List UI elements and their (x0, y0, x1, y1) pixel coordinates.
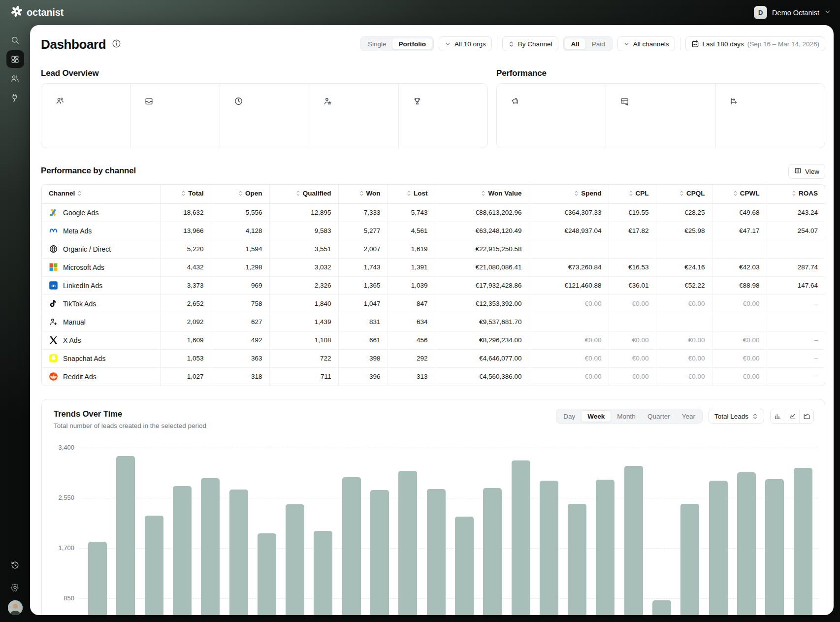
table-row[interactable]: Meta Ads13,9664,1289,5835,2774,561€63,24… (42, 222, 825, 240)
column-header-cpl[interactable]: CPL (609, 185, 656, 203)
channels-select[interactable]: All channels (617, 36, 675, 51)
table-cell: 9,583 (269, 222, 338, 240)
bar-week-2[interactable] (116, 456, 135, 615)
bar-week-5[interactable] (201, 478, 220, 615)
updown-icon (508, 41, 515, 47)
chevron-down-icon (824, 8, 831, 17)
performance-card-roi- (715, 84, 825, 148)
chart-type-bar-chart[interactable] (771, 409, 785, 423)
bar-week-25[interactable] (765, 479, 784, 615)
table-cell: 4,432 (160, 258, 211, 276)
table-row[interactable]: Reddit Ads1,027318711396313€4,560,386.00… (42, 367, 825, 386)
table-cell: €0.00 (529, 349, 609, 367)
granularity-option-quarter[interactable]: Quarter (642, 410, 676, 422)
bar-week-23[interactable] (709, 481, 728, 615)
user-avatar[interactable] (8, 600, 23, 615)
column-header-won-value[interactable]: Won Value (435, 185, 529, 203)
column-header-open[interactable]: Open (211, 185, 269, 203)
date-range-picker[interactable]: Last 180 days(Sep 16 – Mar 14, 2026) (685, 36, 825, 51)
bar-week-15[interactable] (483, 488, 502, 615)
bar-week-19[interactable] (596, 480, 614, 615)
paid-toggle-option-all[interactable]: All (565, 38, 586, 50)
bar-week-11[interactable] (370, 490, 389, 615)
bar-week-26[interactable] (794, 468, 812, 615)
table-cell: 831 (338, 313, 388, 331)
bar-week-9[interactable] (314, 531, 332, 615)
info-icon[interactable] (112, 39, 121, 50)
table-cell: 313 (388, 367, 435, 386)
table-row[interactable]: Microsoft Ads4,4321,2983,0321,7431,391€2… (42, 258, 825, 276)
sort-icon (573, 190, 580, 198)
table-row[interactable]: Google Ads18,6325,55612,8957,3335,743€88… (42, 203, 825, 222)
sidebar-item-dashboard[interactable] (6, 50, 24, 68)
column-header-qualified[interactable]: Qualified (269, 185, 338, 203)
table-cell (529, 313, 609, 331)
bar-week-22[interactable] (680, 504, 699, 615)
table-cell: 711 (269, 367, 338, 386)
metric-select[interactable]: Total Leads (709, 409, 764, 424)
bar-week-12[interactable] (398, 471, 417, 615)
bar-week-13[interactable] (427, 489, 446, 615)
chart-type-line-chart[interactable] (785, 409, 799, 423)
paid-toggle-option-paid[interactable]: Paid (586, 38, 611, 50)
column-header-lost[interactable]: Lost (388, 185, 435, 203)
bar-week-10[interactable] (342, 477, 361, 615)
column-header-total[interactable]: Total (160, 185, 211, 203)
sidebar-item-settings[interactable] (6, 578, 24, 596)
granularity-option-week[interactable]: Week (581, 410, 611, 422)
granularity-option-day[interactable]: Day (557, 410, 581, 422)
sidebar-item-contacts[interactable] (6, 69, 24, 87)
octanist-logo-icon (11, 5, 23, 20)
bar-week-4[interactable] (173, 486, 192, 615)
trends-over-time-card: Trends Over Time Total number of leads c… (41, 399, 825, 615)
column-header-channel[interactable]: Channel (42, 185, 160, 203)
page-title: Dashboard (41, 37, 106, 52)
table-cell: €0.00 (712, 367, 767, 386)
account-name: Demo Octanist (772, 9, 819, 17)
orgs-select[interactable]: All 10 orgs (439, 36, 492, 51)
sidebar-item-integrations[interactable] (6, 89, 24, 106)
bar-week-6[interactable] (229, 490, 248, 615)
bar-week-20[interactable] (624, 466, 643, 615)
column-header-roas[interactable]: ROAS (767, 185, 825, 203)
lead_overview-card-qualified (309, 84, 398, 148)
bar-week-17[interactable] (540, 481, 558, 615)
column-header-cpwl[interactable]: CPWL (712, 185, 767, 203)
view-columns-button[interactable]: View (788, 164, 825, 179)
table-row[interactable]: Manual2,0926271,439831634€9,537,681.70 (42, 313, 825, 331)
chart-type-area-chart[interactable] (799, 409, 813, 423)
column-header-spend[interactable]: Spend (529, 185, 609, 203)
bar-week-7[interactable] (258, 533, 276, 615)
channel-name: Manual (63, 318, 86, 326)
group-by-select[interactable]: By Channel (502, 36, 558, 51)
brand-logo[interactable]: octanist (11, 5, 64, 20)
table-row[interactable]: TikTok Ads2,6527581,8401,047847€12,353,3… (42, 295, 825, 313)
performance-heading: Performance (496, 68, 547, 78)
table-cell (529, 240, 609, 258)
bar-week-18[interactable] (568, 504, 586, 615)
table-row[interactable]: X Ads1,6094921,108661456€8,296,234.00€0.… (42, 331, 825, 349)
column-header-won[interactable]: Won (338, 185, 388, 203)
table-row[interactable]: Snapchat Ads1,053363722398292€4,646,077.… (42, 349, 825, 367)
granularity-option-month[interactable]: Month (611, 410, 642, 422)
sidebar-item-history[interactable] (6, 556, 24, 574)
bar-week-24[interactable] (737, 472, 756, 615)
sidebar-item-search[interactable] (6, 31, 24, 49)
bar-week-21[interactable] (652, 600, 671, 615)
account-menu[interactable]: D Demo Octanist (754, 6, 831, 19)
bar-week-8[interactable] (286, 504, 304, 615)
bar-week-16[interactable] (512, 460, 530, 615)
bar-week-1[interactable] (88, 542, 107, 615)
scope-toggle-option-portfolio[interactable]: Portfolio (392, 38, 432, 50)
channel-name: Organic / Direct (63, 245, 111, 253)
table-row[interactable]: Organic / Direct5,2201,5943,5512,0071,61… (42, 240, 825, 258)
table-row[interactable]: inLinkedIn Ads3,3739692,3261,3651,039€17… (42, 276, 825, 295)
bar-week-14[interactable] (455, 517, 474, 615)
lead-overview-heading: Lead Overview (41, 68, 98, 78)
scope-toggle-option-single[interactable]: Single (362, 38, 392, 50)
column-header-cpql[interactable]: CPQL (656, 185, 712, 203)
chevron-down-icon (445, 41, 451, 47)
granularity-option-year[interactable]: Year (676, 410, 701, 422)
bar-week-3[interactable] (145, 516, 163, 615)
integrations-icon (10, 93, 20, 102)
